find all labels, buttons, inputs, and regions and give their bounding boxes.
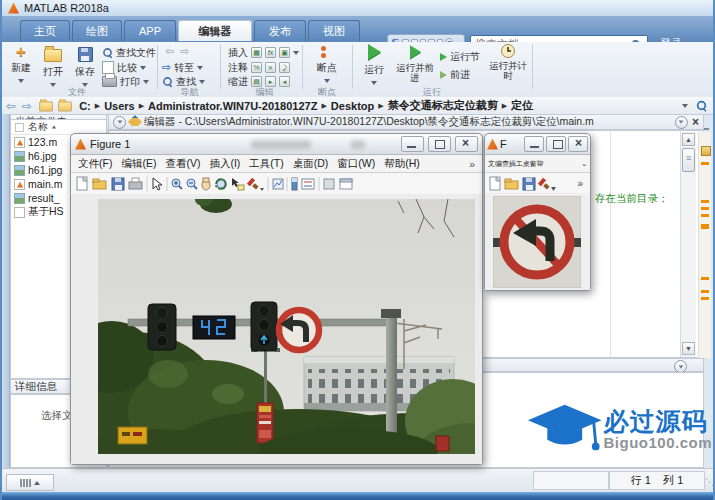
analyzer-warning-icon[interactable]	[701, 146, 711, 156]
run-section-button[interactable]: 运行节	[440, 50, 480, 63]
tab-editor[interactable]: 编辑器	[178, 20, 252, 41]
figure1-window[interactable]: Figure 1 文件(F) 编辑(E) 查看(V) 插入(I) 工具(T) 桌…	[70, 133, 483, 465]
figure2-icon	[487, 139, 498, 150]
breadcrumb-segment[interactable]: Users	[104, 100, 135, 112]
breadcrumb-segment[interactable]: 定位	[511, 98, 533, 113]
editor-column-line	[610, 131, 611, 357]
forward-button[interactable]: ⇨	[22, 99, 32, 113]
code-analyzer-bar[interactable]	[698, 132, 711, 358]
advance-icon	[440, 71, 447, 79]
breadcrumb-segment[interactable]: 禁令交通标志定位裁剪	[388, 98, 498, 113]
scroll-down-icon[interactable]: ▼	[682, 342, 695, 355]
doc-file-icon	[14, 207, 25, 218]
menu-insert[interactable]: 插入(I)	[209, 157, 240, 171]
breadcrumb-segment[interactable]: C:	[79, 100, 91, 112]
menu-help[interactable]: 帮助(H)	[384, 157, 420, 171]
tab-plots[interactable]: 绘图	[72, 20, 122, 41]
editor-title: 编辑器 - C:\Users\Administrator.WIN7U-20180…	[144, 115, 671, 129]
save-icon	[112, 178, 124, 190]
editor-actions-icon[interactable]	[113, 116, 126, 129]
insert-image-icon[interactable]: ▣	[279, 47, 290, 58]
new-button[interactable]: + 新建	[6, 44, 36, 86]
open-button[interactable]: 打开	[38, 44, 68, 86]
figure1-toolbar	[71, 173, 482, 195]
uncomment-icon[interactable]: ⨯	[265, 62, 276, 73]
menu-edit[interactable]: 编辑(E)	[121, 157, 156, 171]
figure2-window[interactable]: F 文 编 查 插 工 桌 窗 帮 ⌄ »	[484, 133, 591, 291]
up-folder-icon[interactable]	[39, 102, 53, 112]
address-bar: ⇦ ⇨ C: ▶ Users ▶ Administrator.WIN7U-201…	[2, 97, 715, 115]
scrollbar-thumb[interactable]	[682, 148, 695, 172]
new-figure-icon	[490, 177, 500, 190]
tab-apps[interactable]: APP	[124, 20, 176, 41]
figure1-close-button[interactable]	[455, 136, 478, 152]
figure2-maximize-button[interactable]	[546, 136, 566, 152]
graduation-cap-icon	[526, 398, 603, 460]
comment-button[interactable]: 注释 % ⨯ ⤸	[228, 61, 290, 74]
figure2-title-bar[interactable]: F	[485, 134, 590, 155]
editor-menu-icon[interactable]	[675, 116, 688, 129]
figure1-title-bar[interactable]: Figure 1	[71, 134, 482, 155]
insert-section-icon[interactable]: ▦	[251, 47, 262, 58]
dock-figure-icon	[324, 179, 334, 189]
tab-publish[interactable]: 发布	[254, 20, 306, 41]
run-advance-button[interactable]: 运行并前进	[394, 44, 436, 86]
breadcrumb-segment[interactable]: Administrator.WIN7U-20180127Z	[148, 100, 317, 112]
figure2-compressed-menus[interactable]: 文 编 查 插 工 桌 窗 帮	[488, 159, 543, 169]
address-search-icon[interactable]	[697, 101, 706, 110]
resize-grip[interactable]: ⋱	[705, 477, 715, 487]
sort-icon	[52, 126, 56, 129]
status-toggle-button[interactable]	[6, 474, 54, 491]
window-bottom-border	[2, 492, 715, 500]
run-time-button[interactable]: 运行并计时	[488, 44, 528, 86]
tab-home[interactable]: 主页	[20, 20, 70, 41]
figure2-menu-overflow-icon[interactable]: ⌄	[581, 160, 587, 168]
figure2-menu-bar[interactable]: 文 编 查 插 工 桌 窗 帮 ⌄	[485, 155, 590, 173]
breakpoints-button[interactable]: 断点	[308, 44, 346, 86]
back-button[interactable]: ⇦	[6, 99, 16, 113]
save-button[interactable]: 保存	[70, 44, 100, 86]
insert-button[interactable]: 插入 ▦ fx ▣	[228, 46, 299, 59]
address-dropdown-icon[interactable]	[682, 104, 688, 108]
nav-back-forward[interactable]: ⇦ ⇨	[165, 45, 189, 58]
figure1-minimize-button[interactable]	[401, 136, 424, 152]
menu-overflow-icon[interactable]: »	[469, 158, 475, 170]
run-time-icon	[501, 44, 515, 58]
figure2-toolbar-icons[interactable]	[488, 175, 558, 193]
editor-title-bar[interactable]: 编辑器 - C:\Users\Administrator.WIN7U-20180…	[108, 114, 704, 130]
menu-desktop[interactable]: 桌面(D)	[293, 157, 329, 171]
breadcrumb-segment[interactable]: Desktop	[331, 100, 374, 112]
find-files-button[interactable]: 查找文件	[102, 46, 156, 59]
figure2-minimize-button[interactable]	[524, 136, 544, 152]
figure2-toolbar-overflow-icon[interactable]: »	[577, 178, 583, 189]
yellow-sign	[118, 427, 147, 444]
save-icon	[523, 178, 535, 190]
menu-file[interactable]: 文件(F)	[78, 157, 112, 171]
tab-view[interactable]: 视图	[308, 20, 360, 41]
editor-close-icon[interactable]: ×	[692, 115, 699, 129]
menu-view[interactable]: 查看(V)	[165, 157, 200, 171]
figure2-close-button[interactable]	[568, 136, 588, 152]
breakpoints-icon	[320, 44, 334, 58]
no-left-turn-sign	[279, 310, 319, 350]
advance-button[interactable]: 前进	[440, 68, 470, 81]
comment-icon[interactable]: %	[251, 62, 262, 73]
figure2-title: F	[500, 138, 522, 150]
scroll-up-icon[interactable]: ▲	[682, 133, 695, 146]
run-button[interactable]: 运行	[358, 44, 390, 86]
title-bar[interactable]: MATLAB R2018a	[2, 0, 715, 17]
wrap-comment-icon[interactable]: ⤸	[279, 62, 290, 73]
figure1-toolbar-icons[interactable]	[74, 175, 374, 193]
browse-folder-icon[interactable]	[58, 102, 72, 112]
figure2-canvas[interactable]	[485, 193, 590, 290]
rotate3d-icon	[215, 179, 226, 189]
new-icon: +	[16, 42, 26, 61]
menu-window[interactable]: 窗口(W)	[337, 157, 375, 171]
collapsed-panel-strip[interactable]	[2, 114, 10, 468]
editor-scrollbar[interactable]: ▲ ▼	[680, 132, 696, 357]
figure1-maximize-button[interactable]	[428, 136, 451, 152]
figure1-canvas[interactable]	[71, 194, 482, 464]
goto-button[interactable]: ⇨ 转至	[162, 61, 203, 74]
menu-tools[interactable]: 工具(T)	[249, 157, 283, 171]
insert-function-icon[interactable]: fx	[265, 47, 276, 58]
